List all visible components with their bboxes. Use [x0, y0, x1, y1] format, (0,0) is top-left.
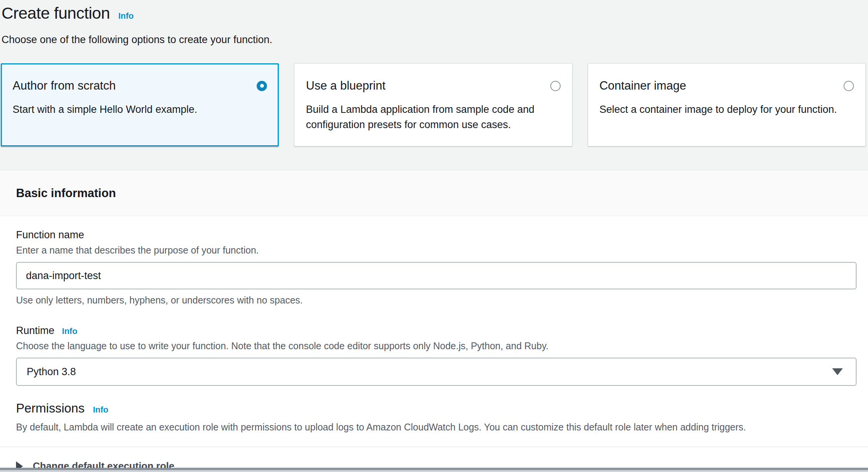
card-title: Container image	[600, 79, 686, 93]
radio-use-a-blueprint-icon[interactable]	[550, 81, 561, 91]
card-title: Use a blueprint	[306, 79, 386, 93]
page-header: Create function Info Choose one of the f…	[0, 0, 868, 46]
card-description: Select a container image to deploy for y…	[600, 102, 854, 117]
section-divider	[0, 446, 868, 447]
card-description: Start with a simple Hello World example.	[13, 102, 267, 117]
permissions-description: By default, Lambda will create an execut…	[16, 422, 857, 433]
card-title: Author from scratch	[13, 79, 116, 93]
basic-information-header: Basic information	[0, 170, 868, 216]
basic-information-title: Basic information	[16, 186, 116, 200]
runtime-label: Runtime	[16, 325, 55, 337]
card-use-a-blueprint[interactable]: Use a blueprint Build a Lambda applicati…	[294, 63, 572, 146]
card-author-from-scratch[interactable]: Author from scratch Start with a simple …	[1, 63, 279, 146]
runtime-info-link[interactable]: Info	[62, 326, 77, 336]
basic-information-panel: Basic information Function name Enter a …	[0, 170, 868, 467]
runtime-description: Choose the language to use to write your…	[16, 340, 857, 352]
bottom-edge-bar	[0, 468, 868, 472]
radio-container-image-icon[interactable]	[844, 81, 854, 91]
runtime-select[interactable]: Python 3.8	[16, 358, 857, 386]
page-title-info-link[interactable]: Info	[118, 11, 133, 21]
function-name-label: Function name	[16, 229, 857, 241]
radio-author-from-scratch-checked-icon[interactable]	[257, 81, 267, 91]
function-name-description: Enter a name that describes the purpose …	[16, 245, 857, 256]
permissions-info-link[interactable]: Info	[93, 405, 108, 415]
permissions-section: Permissions Info	[16, 401, 857, 416]
dropdown-arrow-icon	[832, 368, 843, 375]
function-name-input[interactable]	[16, 262, 857, 289]
card-description: Build a Lambda application from sample c…	[306, 102, 560, 132]
page-title: Create function	[2, 4, 110, 22]
function-name-constraint: Use only letters, numbers, hyphens, or u…	[16, 295, 857, 306]
page-subtitle: Choose one of the following options to c…	[2, 34, 868, 46]
function-name-field-group: Function name Enter a name that describe…	[16, 229, 857, 306]
runtime-selected-value: Python 3.8	[27, 366, 76, 378]
creation-option-cards: Author from scratch Start with a simple …	[1, 63, 866, 146]
permissions-title: Permissions	[16, 401, 85, 416]
runtime-field-group: Runtime Info Choose the language to use …	[16, 325, 857, 386]
card-container-image[interactable]: Container image Select a container image…	[588, 63, 866, 146]
